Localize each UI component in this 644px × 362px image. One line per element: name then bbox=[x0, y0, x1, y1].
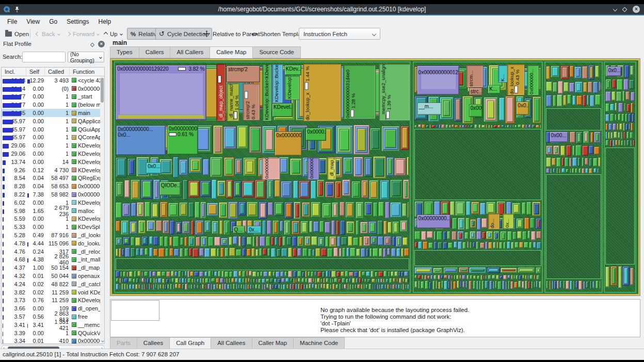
col-called[interactable]: Called bbox=[45, 68, 70, 76]
treemap-block[interactable]: 0x... bbox=[503, 213, 513, 228]
tab-parts[interactable]: Parts bbox=[110, 337, 137, 349]
table-row[interactable]: 5.590.001KDevelop:: bbox=[2, 215, 100, 223]
table-row[interactable]: 84.770.001(below mai bbox=[2, 101, 100, 109]
table-row[interactable]: 9.260.124 730KDevelop:: bbox=[2, 166, 100, 174]
treemap-block[interactable]: K... bbox=[488, 85, 500, 93]
treemap-block[interactable]: _dl_map_object 1.96 % bbox=[216, 64, 226, 121]
treemap-block[interactable]: do... bbox=[488, 213, 500, 229]
table-row[interactable]: 4.684.382 826 460_int_mallo bbox=[2, 256, 100, 264]
treemap-block[interactable]: 0x0000000034034be8 bbox=[275, 131, 302, 156]
treemap-block[interactable]: 0x000... bbox=[469, 104, 483, 117]
treemap-block[interactable]: 0x00000000002d1b10 0.61 % bbox=[167, 125, 198, 155]
treemap-block[interactable]: 0x00000000001292203.82 % bbox=[116, 65, 206, 120]
close-icon[interactable]: × bbox=[633, 6, 640, 13]
event-type-combo[interactable]: Instruction Fetch bbox=[299, 28, 380, 40]
minimize-icon[interactable] bbox=[613, 7, 617, 11]
callee-treemap[interactable]: 0x00000000001292203.82 %_dl_map_object 1… bbox=[112, 60, 638, 294]
col-function[interactable]: Function bbox=[70, 68, 104, 76]
treemap-block[interactable]: strc... bbox=[469, 88, 483, 95]
table-row[interactable]: 84.350.001main bbox=[2, 109, 100, 117]
table-row[interactable]: 5.981.652 679 236malloc bbox=[2, 207, 100, 215]
maximize-icon[interactable] bbox=[622, 7, 627, 12]
table-row[interactable]: 98.3812.293 493<cycle 42> bbox=[2, 76, 100, 85]
tab-machine-code[interactable]: Machine Code bbox=[294, 337, 345, 349]
treemap-block[interactable]: KDev... bbox=[284, 65, 302, 75]
table-row[interactable]: 29.060.001KDevelop:: bbox=[2, 141, 100, 150]
table-row[interactable]: 29.060.001KDevelop:: bbox=[2, 150, 100, 158]
table-row[interactable]: 45.970.001QGuiApplic bbox=[2, 125, 100, 134]
table-row[interactable]: 13.740.0014KDevelop:: bbox=[2, 158, 100, 166]
treemap-block[interactable]: KDevel...::Bucke... bbox=[272, 103, 293, 117]
scroll-down-icon[interactable] bbox=[102, 337, 104, 343]
close-icon[interactable]: × bbox=[98, 40, 105, 47]
treemap-block[interactable]: do_lookup_x 0.43 % bbox=[507, 64, 525, 95]
table-row[interactable]: 4.240.0248 822_dl_catch_ bbox=[2, 280, 100, 288]
treemap-block[interactable]: 0x000000... bbox=[527, 65, 539, 95]
menu-file[interactable]: File bbox=[3, 17, 21, 26]
treemap-block[interactable]: strcmp'2 0.43 % bbox=[243, 84, 260, 121]
tab-caller-map[interactable]: Caller Map bbox=[252, 337, 294, 349]
treemap-block[interactable]: __memcpy_sse2_unaligned 1.39 % bbox=[379, 63, 410, 121]
treemap-block[interactable]: QIODe... bbox=[159, 182, 181, 195]
treemap-block[interactable]: 0x000000000031d4e0 1.28 % bbox=[343, 64, 376, 119]
treemap-flat-area[interactable] bbox=[116, 258, 409, 270]
table-row[interactable]: 3.413.411 351 421__memcpy bbox=[2, 321, 100, 329]
tab-callers[interactable]: Callers bbox=[139, 46, 171, 58]
grouping-combo[interactable]: (No Grouping) bbox=[68, 52, 104, 62]
search-input[interactable] bbox=[22, 52, 66, 62]
tab-call-graph[interactable]: Call Graph bbox=[170, 337, 211, 349]
treemap-block[interactable]: 0x00000000001292201.14 % bbox=[417, 65, 460, 94]
tab-callee-map[interactable]: Callee Map bbox=[210, 46, 253, 58]
treemap-block[interactable]: 0x000000000...0x0... bbox=[116, 125, 166, 155]
treemap-block[interactable]: KDevelop::Bucket<KDevelop::Qu... bbox=[272, 64, 283, 103]
col-incl[interactable]: Incl. bbox=[2, 68, 26, 76]
table-row[interactable]: 45.970.001QCoreAppl bbox=[2, 134, 100, 142]
treemap-flat-area[interactable] bbox=[414, 129, 541, 200]
table-row[interactable]: 8.227.3858 9820x0000000 bbox=[2, 190, 100, 199]
table-row[interactable]: 8.280.0458 6530x0000000 bbox=[2, 182, 100, 190]
treemap-block[interactable]: 0x0... bbox=[607, 67, 622, 76]
treemap-region[interactable] bbox=[604, 61, 636, 293]
col-self[interactable]: Self bbox=[26, 68, 45, 76]
table-row[interactable]: 8.540.0458 497QRegExp:: bbox=[2, 174, 100, 183]
treemap-block[interactable]: KDevelop::Bucket<KDevel... bbox=[262, 64, 271, 121]
treemap-region[interactable] bbox=[544, 61, 602, 293]
tab-source-code[interactable]: Source Code bbox=[253, 46, 300, 58]
table-row[interactable]: 5.280.4987 916_dl_lookup bbox=[2, 231, 100, 239]
float-icon[interactable] bbox=[91, 41, 94, 47]
treemap-flat-area[interactable] bbox=[546, 108, 601, 130]
tab-all-callees[interactable]: All Callees bbox=[211, 337, 252, 349]
table-row[interactable]: 3.820.0211 259void KDeve bbox=[2, 288, 100, 297]
treemap-block[interactable]: _dl_map_... bbox=[327, 158, 336, 180]
table-row[interactable]: 45.970.001QApplicati bbox=[2, 117, 100, 125]
treemap-block[interactable]: strcmp'2 bbox=[227, 65, 260, 83]
treemap-region[interactable] bbox=[413, 61, 543, 293]
scrollbar-thumb[interactable] bbox=[101, 78, 104, 103]
treemap-block[interactable]: 0x000000...000461... bbox=[262, 158, 280, 180]
tab-types[interactable]: Types bbox=[110, 46, 139, 58]
menu-view[interactable]: View bbox=[22, 17, 44, 26]
treemap-block[interactable]: KDevelop::Buc... bbox=[285, 76, 300, 100]
table-row[interactable]: 3.730.7611 259KDevelop:: bbox=[2, 297, 100, 305]
table-row[interactable]: 86.140.00(0)0x0000000 bbox=[2, 85, 100, 93]
treemap-flat-area[interactable] bbox=[414, 250, 541, 266]
treemap-block[interactable]: strcm... bbox=[466, 65, 484, 88]
treemap-flat-area[interactable] bbox=[546, 174, 601, 279]
vertical-scrollbar[interactable] bbox=[100, 76, 104, 343]
table-row[interactable]: 3.390.001QQuickVie bbox=[2, 329, 100, 337]
treemap-block[interactable]: Q... bbox=[233, 226, 245, 234]
treemap-block[interactable]: 0x0... bbox=[146, 162, 162, 174]
treemap-block[interactable]: _dl_name_match_p 1.04 % bbox=[227, 83, 239, 121]
treemap-block[interactable]: 0x00000000... bbox=[417, 215, 450, 228]
table-row[interactable]: 4.320.0150 044openaux bbox=[2, 272, 100, 280]
treemap-block[interactable]: 0x0... bbox=[516, 102, 528, 115]
table-row[interactable]: 84.770.001_start bbox=[2, 93, 100, 101]
treemap-block[interactable]: 0x... bbox=[247, 226, 262, 234]
treemap-flat-area[interactable] bbox=[605, 147, 635, 265]
menu-help[interactable]: Help bbox=[94, 17, 116, 26]
table-row[interactable]: 4.784.44115 096do_lookup bbox=[2, 239, 100, 248]
treemap-block[interactable]: 0x000000... bbox=[307, 158, 319, 180]
tab-all-callers[interactable]: All Callers bbox=[170, 46, 210, 58]
menu-go[interactable]: Go bbox=[45, 17, 61, 26]
table-row[interactable]: 4.371.0050 154_dl_map_o bbox=[2, 264, 100, 272]
